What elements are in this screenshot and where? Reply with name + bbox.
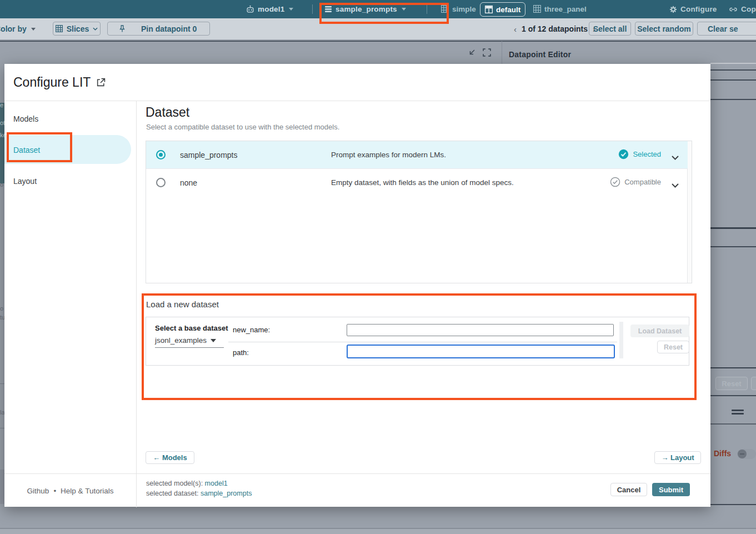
dataset-row-sample-prompts[interactable]: sample_prompts Prompt examples for moder… bbox=[146, 141, 688, 168]
configure-label: Configure bbox=[680, 5, 717, 13]
dataset-list: sample_prompts Prompt examples for moder… bbox=[146, 141, 692, 283]
selected-model-label: selected model(s): bbox=[146, 480, 203, 487]
tab-layout-default[interactable]: default bbox=[480, 2, 525, 17]
load-dataset-button[interactable]: Load Dataset bbox=[630, 325, 689, 337]
dialog-nav-models[interactable]: Models bbox=[13, 114, 38, 123]
edge-fragment: ot bbox=[0, 119, 4, 126]
previous-datapoint-icon[interactable]: ‹ bbox=[514, 24, 517, 34]
status-badge: Selected bbox=[633, 150, 661, 158]
dataset-name: sample_prompts bbox=[180, 151, 238, 159]
page-title: Dataset bbox=[146, 105, 189, 120]
divider bbox=[312, 4, 313, 14]
clipped-footer-block bbox=[0, 470, 4, 504]
next-to-layout-button[interactable]: → Layout bbox=[654, 451, 701, 464]
page-subtitle: Select a compatible dataset to use with … bbox=[146, 123, 339, 131]
radio-selected-icon[interactable] bbox=[156, 150, 166, 159]
model-selector[interactable]: model1 bbox=[246, 0, 293, 18]
divider bbox=[710, 367, 756, 368]
tab-layout-three-panel[interactable]: three_panel bbox=[529, 2, 591, 16]
slices-button[interactable]: Slices bbox=[53, 22, 101, 36]
expand-row-icon[interactable] bbox=[672, 180, 679, 190]
select-random-button[interactable]: Select random bbox=[635, 22, 693, 36]
tab-label: default bbox=[496, 6, 520, 14]
background-reset-button[interactable]: Reset bbox=[715, 377, 748, 390]
radio-unselected-icon[interactable] bbox=[156, 178, 166, 187]
path-input[interactable] bbox=[347, 345, 615, 358]
clear-selection-button[interactable]: Clear se bbox=[697, 22, 756, 36]
divider bbox=[710, 423, 756, 425]
selected-model-line: selected model(s): model1 bbox=[146, 480, 228, 487]
back-to-models-button[interactable]: ← Models bbox=[146, 451, 194, 464]
chevron-down-icon bbox=[289, 8, 293, 11]
edge-fragment: o bbox=[0, 181, 3, 188]
minimize-panel-icon[interactable] bbox=[468, 48, 476, 59]
divider bbox=[710, 99, 756, 100]
chevron-down-icon bbox=[402, 8, 406, 11]
divider bbox=[0, 428, 4, 428]
load-dataset-form: Select a base dataset jsonl_examples new… bbox=[146, 317, 689, 366]
tab-label: three_panel bbox=[544, 5, 587, 13]
configure-button[interactable]: Configure bbox=[669, 0, 717, 18]
lit-app: Datapoint Editor Reset Diffs e ot ke o o… bbox=[0, 0, 756, 534]
expand-row-icon[interactable] bbox=[672, 152, 679, 162]
selected-dataset-label: selected dataset: bbox=[146, 490, 199, 497]
copy-link-button[interactable]: Copy bbox=[729, 0, 756, 18]
dataset-selector[interactable]: sample_prompts bbox=[324, 0, 406, 18]
gear-icon bbox=[669, 6, 677, 13]
maximize-panel-icon[interactable] bbox=[483, 48, 491, 59]
divider bbox=[710, 63, 756, 64]
chevron-down-icon bbox=[31, 28, 36, 31]
clipped-sidebar-block bbox=[0, 103, 4, 183]
dialog-nav-dataset[interactable]: Dataset bbox=[13, 146, 40, 154]
scrollbar[interactable] bbox=[687, 141, 692, 283]
dataset-row-none[interactable]: none Empty dataset, with fields as the u… bbox=[146, 168, 688, 196]
datapoint-editor-panel-title: Datapoint Editor bbox=[509, 50, 571, 59]
reset-form-button[interactable]: Reset bbox=[657, 341, 689, 353]
divider bbox=[710, 246, 756, 247]
pin-label: Pin datapoint 0 bbox=[141, 24, 197, 33]
grid-layout-icon bbox=[441, 5, 449, 13]
dialog-nav-layout[interactable]: Layout bbox=[13, 177, 37, 186]
select-all-button[interactable]: Select all bbox=[589, 22, 631, 36]
base-dataset-select[interactable]: jsonl_examples bbox=[155, 336, 224, 348]
submit-button[interactable]: Submit bbox=[652, 483, 690, 496]
tab-layout-simple[interactable]: simple bbox=[437, 2, 480, 16]
dataset-description: Prompt examples for modern LMs. bbox=[331, 151, 446, 159]
diffs-toggle[interactable] bbox=[737, 449, 756, 459]
edge-fragment: o bbox=[0, 305, 3, 312]
divider bbox=[0, 383, 4, 384]
toggle-dash bbox=[740, 453, 744, 455]
color-by-dropdown[interactable]: Color by bbox=[0, 18, 36, 39]
drag-handle-icon[interactable] bbox=[732, 410, 744, 411]
help-tutorials-link[interactable]: Help & Tutorials bbox=[61, 487, 113, 495]
check-circle-outline-icon bbox=[610, 177, 620, 187]
dataset-status: Selected bbox=[618, 149, 661, 159]
pagination-label: 1 of 12 datapoints bbox=[522, 24, 588, 33]
divider bbox=[710, 395, 756, 396]
diffs-label: Diffs bbox=[714, 449, 731, 458]
grid-layout-icon bbox=[533, 5, 541, 13]
new-name-input[interactable] bbox=[347, 324, 614, 336]
pin-icon bbox=[119, 25, 126, 33]
dialog-footer: Github • Help & Tutorials selected model… bbox=[4, 473, 710, 507]
edge-fragment: e bbox=[0, 102, 3, 108]
model-icon bbox=[246, 5, 254, 13]
link-icon bbox=[729, 6, 738, 13]
selected-model-link[interactable]: model1 bbox=[205, 480, 228, 487]
divider bbox=[619, 322, 623, 358]
chevron-down-icon bbox=[93, 27, 98, 31]
github-link[interactable]: Github bbox=[27, 487, 49, 495]
pin-datapoint-button[interactable]: Pin datapoint 0 bbox=[107, 22, 210, 36]
left-edge-clipped-ui: e ot ke o o tu la bbox=[0, 0, 4, 534]
dataset-icon bbox=[324, 6, 332, 13]
background-partial-button[interactable] bbox=[751, 377, 756, 390]
drag-handle-icon[interactable] bbox=[732, 413, 744, 415]
cancel-button[interactable]: Cancel bbox=[610, 483, 647, 496]
external-link-icon[interactable] bbox=[96, 78, 106, 87]
base-dataset-value: jsonl_examples bbox=[155, 336, 207, 345]
divider bbox=[0, 41, 756, 42]
load-section-title: Load a new dataset bbox=[146, 300, 219, 309]
selected-dataset-link[interactable]: sample_prompts bbox=[201, 490, 252, 497]
edge-fragment: ke bbox=[0, 132, 4, 138]
dropdown-arrow-icon bbox=[211, 339, 216, 342]
